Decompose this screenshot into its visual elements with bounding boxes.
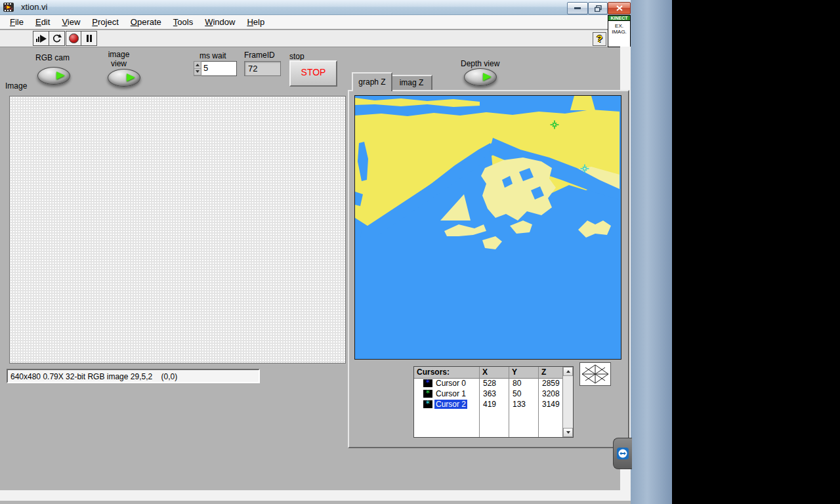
depth-graph[interactable] xyxy=(354,95,621,360)
cursor-legend-title: Cursors: xyxy=(414,367,480,378)
cursor-z-value: 3149 xyxy=(539,400,563,409)
cursor-name[interactable]: Cursor 1 xyxy=(434,389,467,398)
led-on-icon xyxy=(56,72,65,79)
cursor-marker-icon: * xyxy=(423,400,432,408)
run-continuously-icon xyxy=(52,33,62,43)
menu-item-edit[interactable]: Edit xyxy=(30,16,56,28)
frame-id-label: FrameID xyxy=(244,51,275,60)
rgb-cam-toggle[interactable] xyxy=(37,67,70,85)
column-header-y: Y xyxy=(509,367,539,378)
menu-item-file[interactable]: File xyxy=(4,16,30,28)
cursor-row[interactable]: *Cursor 0528802859 xyxy=(414,378,563,388)
menu-item-view[interactable]: View xyxy=(56,16,86,28)
cursor-name[interactable]: Cursor 2 xyxy=(434,400,467,409)
tab-graph-z[interactable]: graph Z xyxy=(352,72,392,91)
restore-icon xyxy=(595,5,602,12)
menu-item-operate[interactable]: Operate xyxy=(125,16,167,28)
cursor-z-value: 3208 xyxy=(539,389,563,398)
pause-button[interactable] xyxy=(81,31,97,46)
cursor-x-value: 363 xyxy=(480,389,509,398)
arrow-up-icon xyxy=(566,370,570,373)
image-view-label: image view xyxy=(98,50,139,68)
cursor-name[interactable]: Cursor 0 xyxy=(434,379,467,388)
minimize-icon xyxy=(574,7,581,9)
menu-item-help[interactable]: Help xyxy=(241,16,270,28)
window-title: xtion.vi xyxy=(21,2,47,12)
stop-button[interactable]: STOP xyxy=(289,60,337,87)
vi-icon-line1: KINECT xyxy=(608,16,630,21)
taskbar: EN 19:59 16.02.2013 xyxy=(631,0,672,504)
teamviewer-icon xyxy=(617,448,629,459)
frame-id-indicator: 72 xyxy=(244,61,281,76)
cursor-row[interactable]: *Cursor 24191333149 xyxy=(414,399,563,410)
spin-up-icon[interactable] xyxy=(194,62,201,69)
cursor-y-value: 80 xyxy=(509,379,539,388)
labview-window: xtion.vi FileEditViewProjectOperateTools… xyxy=(0,0,631,504)
cursor-x-value: 528 xyxy=(480,379,509,388)
stop-label: stop xyxy=(289,52,304,61)
image-view-toggle[interactable] xyxy=(108,69,140,87)
tab-imag-z[interactable]: imag Z xyxy=(390,75,432,91)
image-view-label-1: image xyxy=(98,50,139,59)
rgb-image-display[interactable] xyxy=(9,96,346,364)
menu-bar: FileEditViewProjectOperateToolsWindowHel… xyxy=(0,15,631,30)
cursor-y-value: 133 xyxy=(509,400,539,409)
cursor-legend-header: Cursors: X Y Z xyxy=(414,367,573,379)
pause-icon xyxy=(86,33,93,45)
image-panel-label: Image xyxy=(5,81,27,91)
menu-item-tools[interactable]: Tools xyxy=(167,16,199,28)
scroll-down-button[interactable] xyxy=(563,428,573,437)
vi-icon-line2: EX. xyxy=(608,23,630,29)
horizontal-scrollbar[interactable] xyxy=(0,490,631,501)
spin-down-icon[interactable] xyxy=(194,69,201,76)
cursor-marker-icon: * xyxy=(423,390,432,398)
restore-button[interactable] xyxy=(588,2,608,14)
ms-wait-spinner[interactable] xyxy=(194,61,201,76)
run-button[interactable] xyxy=(33,31,49,46)
menu-item-window[interactable]: Window xyxy=(199,16,241,28)
vi-icon-line3: IMAG. xyxy=(608,29,630,35)
image-status-bar: 640x480 0.79X 32-bit RGB image 29,5,2 (0… xyxy=(7,369,260,383)
run-continuously-button[interactable] xyxy=(49,31,65,46)
desktop: xtion.vi FileEditViewProjectOperateTools… xyxy=(0,0,840,504)
led-on-icon xyxy=(127,74,135,81)
ms-wait-label: ms wait xyxy=(200,51,226,60)
cursor-legend-scrollbar[interactable] xyxy=(562,367,573,437)
column-header-x: X xyxy=(480,367,509,378)
column-header-z: Z xyxy=(539,367,563,378)
rgb-camera-photo[interactable] xyxy=(11,105,343,355)
depth-view-label: Depth view xyxy=(461,59,499,68)
toolbar xyxy=(0,30,631,47)
cursor-x-value: 419 xyxy=(480,400,509,409)
minimize-button[interactable] xyxy=(567,2,588,14)
abort-button[interactable] xyxy=(66,31,82,46)
cursor-legend[interactable]: Cursors: X Y Z *Cursor 0528802859*Cursor… xyxy=(413,366,574,438)
cursor-row[interactable]: *Cursor 1363503208 xyxy=(414,388,563,399)
vi-icon-badge[interactable]: KINECT EX. IMAG. xyxy=(608,15,631,47)
teamviewer-panel-handle[interactable] xyxy=(613,438,632,469)
cursor-y-value: 50 xyxy=(509,389,539,398)
run-arrow-icon xyxy=(40,35,47,43)
depth-graph-plot[interactable] xyxy=(355,96,620,358)
cursor-marker-icon: * xyxy=(423,379,432,387)
title-bar[interactable]: xtion.vi xyxy=(0,0,631,15)
rgb-cam-label: RGB cam xyxy=(35,53,70,62)
close-icon xyxy=(616,5,623,11)
cursor-mover-icon xyxy=(581,364,609,384)
labview-vi-icon xyxy=(3,2,14,12)
cursor-mover-pad[interactable] xyxy=(579,362,611,386)
cursor-z-value: 2859 xyxy=(539,379,563,388)
ms-wait-input[interactable]: 5 xyxy=(201,61,237,76)
cursor-legend-body: *Cursor 0528802859*Cursor 1363503208*Cur… xyxy=(414,378,563,437)
close-button[interactable] xyxy=(608,2,631,14)
led-on-icon xyxy=(483,73,492,81)
screen: xtion.vi FileEditViewProjectOperateTools… xyxy=(0,0,672,504)
scroll-up-button[interactable] xyxy=(563,367,573,376)
menu-item-project[interactable]: Project xyxy=(86,16,124,28)
arrow-down-icon xyxy=(566,431,570,434)
abort-icon xyxy=(69,33,79,43)
image-view-label-2: view xyxy=(98,59,139,68)
ms-wait-control: 5 xyxy=(194,61,237,76)
context-help-button[interactable]: ? xyxy=(593,32,606,46)
depth-view-toggle[interactable] xyxy=(464,68,497,86)
